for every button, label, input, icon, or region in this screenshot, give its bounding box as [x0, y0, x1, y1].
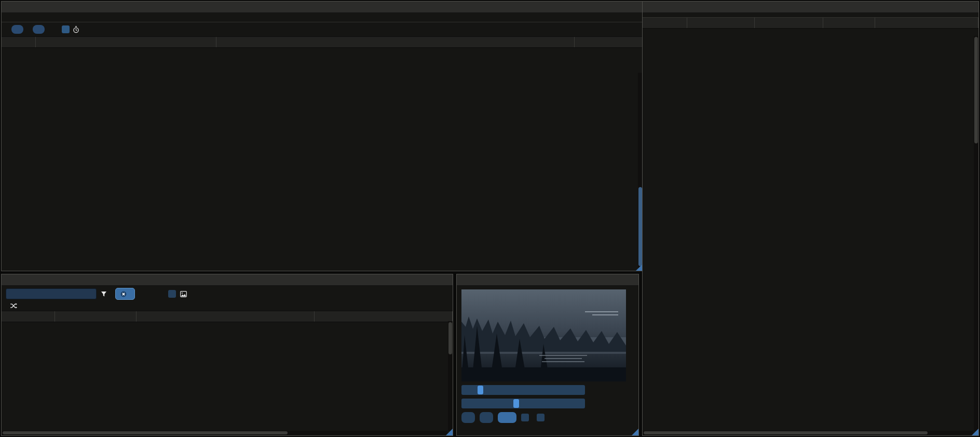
- cpu-table-header: [643, 18, 978, 29]
- filter-input[interactable]: [6, 288, 97, 299]
- column-header-cpu-migrations[interactable]: [875, 18, 978, 28]
- playback-controls: [461, 412, 634, 423]
- show-time-toggle[interactable]: [62, 25, 83, 33]
- visible-threads-row[interactable]: [2, 302, 453, 311]
- column-header-image: [575, 37, 643, 47]
- cpu-table-body: [643, 29, 978, 435]
- cpu-data-panel: [642, 1, 979, 436]
- parent-callstack-toolbar: [2, 22, 643, 37]
- column-header-pid-tid[interactable]: [643, 18, 687, 28]
- playback-frame-image[interactable]: [461, 289, 626, 381]
- column-header-running-regions[interactable]: [823, 18, 875, 28]
- frame-image-value: [461, 385, 585, 395]
- callstack-titlebar: [2, 2, 643, 13]
- callstack-table-body: [2, 48, 643, 271]
- playback-speed-slider-row: [461, 399, 634, 408]
- symbol-info: [2, 13, 643, 22]
- messages-panel: [1, 274, 453, 436]
- cpu-titlebar: [643, 2, 978, 13]
- callstack-table-header: [2, 37, 643, 48]
- clear-button[interactable]: [115, 288, 135, 300]
- zoom-2x-toggle[interactable]: [537, 414, 548, 421]
- column-header-frame: [2, 37, 36, 47]
- column-header-location: [216, 37, 575, 47]
- column-header-name[interactable]: [687, 18, 755, 28]
- messages-hscrollbar[interactable]: [2, 431, 447, 435]
- frame-image-slider-row: [461, 385, 634, 395]
- resize-grip[interactable]: [446, 429, 453, 435]
- sync-timeline-checkbox[interactable]: [521, 414, 529, 421]
- playback-panel: [456, 274, 639, 436]
- frame-image-icon: [180, 291, 187, 297]
- playback-speed-value: [461, 399, 585, 408]
- clear-x-icon: [120, 291, 127, 297]
- messages-toolbar: [2, 286, 453, 302]
- frame-image-slider[interactable]: [461, 385, 585, 395]
- messages-table-header: [2, 311, 453, 322]
- cpu-scrollbar-thumb[interactable]: [974, 37, 978, 143]
- sync-timeline-toggle[interactable]: [521, 414, 532, 421]
- column-header-time: [2, 311, 55, 322]
- column-header-callstack: [315, 311, 453, 322]
- callstack-scrollbar-thumb[interactable]: [638, 187, 642, 266]
- cpu-hscrollbar-thumb[interactable]: [644, 431, 928, 434]
- stopwatch-icon: [73, 26, 79, 33]
- show-frame-checkbox[interactable]: [168, 290, 176, 298]
- messages-table-body: [2, 322, 453, 435]
- show-time-checkbox[interactable]: [62, 25, 70, 33]
- cpu-scrollbar[interactable]: [974, 36, 978, 431]
- shuffle-icon: [10, 303, 17, 309]
- messages-scrollbar-thumb[interactable]: [448, 322, 452, 354]
- next-callstack-button[interactable]: [33, 25, 45, 34]
- column-header-running-time[interactable]: [755, 18, 823, 28]
- next-frame-button[interactable]: [480, 412, 493, 423]
- play-button[interactable]: [498, 412, 516, 423]
- playback-speed-slider[interactable]: [461, 399, 585, 408]
- column-header-function: [36, 37, 216, 47]
- tracy-profiler-screen: [0, 0, 980, 437]
- resize-grip[interactable]: [972, 429, 978, 435]
- resize-grip[interactable]: [632, 429, 638, 435]
- playback-body: [457, 286, 638, 430]
- prev-frame-button[interactable]: [461, 412, 475, 423]
- zoom-2x-checkbox[interactable]: [537, 414, 545, 421]
- cpu-hscrollbar[interactable]: [643, 431, 973, 435]
- messages-scrollbar[interactable]: [448, 321, 453, 431]
- messages-hscrollbar-thumb[interactable]: [3, 431, 288, 434]
- filter-funnel-icon: [101, 291, 107, 297]
- messages-titlebar: [2, 274, 453, 286]
- callstack-panel: [1, 1, 643, 271]
- column-header-thread: [55, 311, 137, 322]
- prev-callstack-button[interactable]: [11, 25, 23, 34]
- column-header-message: [137, 311, 315, 322]
- cpu-info-row: [643, 13, 978, 18]
- playback-titlebar: [457, 274, 638, 286]
